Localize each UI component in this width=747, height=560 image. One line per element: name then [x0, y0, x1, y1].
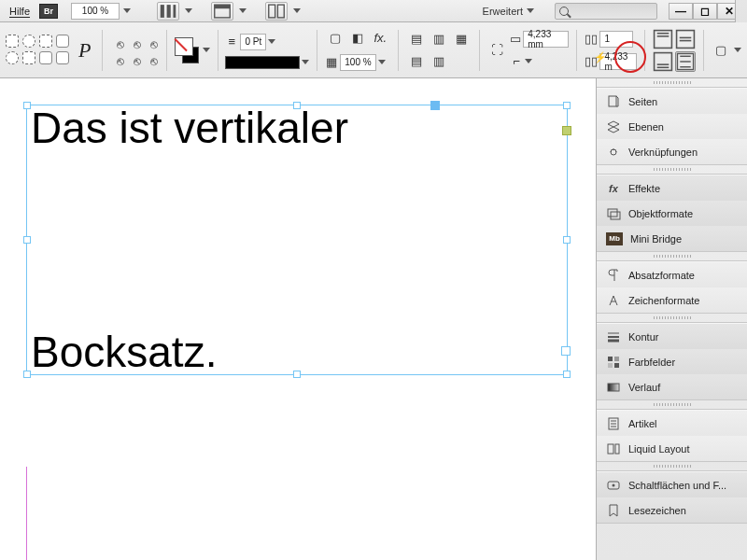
minimize-button[interactable]: — — [669, 3, 693, 20]
svg-rect-5 — [269, 5, 275, 18]
panel-label: Mini Bridge — [630, 233, 682, 245]
document-canvas[interactable]: Das ist vertikaler Bocksatz. — [0, 78, 596, 560]
wrap-bounding-icon[interactable]: ▥ — [429, 29, 449, 49]
svg-rect-0 — [161, 5, 164, 18]
wrap-jump-icon[interactable]: ▤ — [406, 51, 427, 72]
anchor-icon[interactable]: ⎋ — [144, 51, 164, 72]
wrap-shape-icon[interactable]: ▦ — [451, 29, 472, 49]
panel-gripper[interactable] — [597, 314, 747, 323]
rect-icon[interactable] — [22, 51, 35, 64]
blank-icon[interactable] — [56, 51, 69, 64]
zoom-value[interactable]: 100 % — [71, 3, 120, 20]
panel-gripper[interactable] — [597, 252, 747, 261]
panel-objektformate[interactable]: Objektformate — [597, 201, 747, 226]
handle-se[interactable] — [563, 371, 571, 378]
panel-gripper[interactable] — [597, 462, 747, 471]
inset-icon: ▭ — [510, 29, 521, 49]
tool-cluster-2[interactable]: ⎋ ⎋ ⎋ ⎋ ⎋ ⎋ — [110, 35, 159, 66]
ellipse-marquee-icon[interactable] — [22, 35, 35, 48]
panel-effekte[interactable]: fx Effekte — [597, 175, 747, 201]
paragraph-mode-icon[interactable]: P — [75, 38, 94, 63]
help-menu[interactable]: Hilfe — [6, 4, 34, 19]
panel-label: Artikel — [628, 418, 657, 429]
svg-rect-28 — [608, 363, 613, 368]
workspace-switcher[interactable]: Erweitert — [483, 6, 534, 17]
panel-minibridge[interactable]: Mb Mini Bridge — [597, 226, 747, 251]
handle-anchor[interactable] — [430, 101, 440, 110]
options-icon[interactable]: ▢ — [712, 40, 730, 61]
blank-icon[interactable] — [56, 35, 69, 48]
wrap-jump-next-icon[interactable]: ▥ — [429, 51, 449, 72]
marquee-icon[interactable] — [6, 35, 19, 48]
fit-frame-icon[interactable]: ⛶ — [487, 40, 506, 61]
panel-label: Liquid Layout — [628, 443, 689, 455]
guide-line — [26, 467, 27, 560]
chevron-down-icon — [185, 8, 192, 13]
chevron-down-icon — [268, 39, 275, 44]
text-content[interactable]: Das ist vertikaler Bocksatz. — [27, 105, 567, 374]
top-menubar: Hilfe Br 100 % Erweitert — ◻ ✕ — [0, 0, 747, 22]
lightning-icon[interactable]: ⚡ — [592, 45, 609, 69]
handle-thread-out[interactable] — [561, 346, 571, 356]
inset-field[interactable]: 4,233 mm — [523, 31, 569, 48]
view-options-icon[interactable] — [157, 2, 179, 21]
handle-outport[interactable] — [562, 126, 571, 135]
fx-icon[interactable]: fx. — [370, 28, 390, 49]
panel-farbfelder[interactable]: Farbfelder — [597, 349, 747, 374]
handle-ne[interactable] — [563, 102, 571, 109]
panel-verlauf[interactable]: Verlauf — [597, 374, 747, 399]
handle-nw[interactable] — [23, 102, 31, 109]
panel-kontur[interactable]: Kontur — [597, 324, 747, 349]
links-icon — [606, 145, 621, 160]
maximize-button[interactable]: ◻ — [693, 3, 717, 20]
panel-label: Effekte — [628, 183, 660, 194]
stroke-weight-icon: ≡ — [225, 32, 238, 52]
ellipse-icon[interactable] — [6, 51, 19, 64]
blank-icon[interactable] — [39, 51, 52, 64]
svg-rect-22 — [611, 212, 620, 219]
panel-absatzformate[interactable]: Absatzformate — [597, 262, 747, 287]
svg-rect-27 — [614, 357, 619, 361]
svg-rect-1 — [167, 5, 171, 18]
panel-ebenen[interactable]: Ebenen — [597, 114, 747, 139]
valign-bottom-icon[interactable] — [653, 51, 673, 72]
pages-icon — [606, 94, 621, 109]
opacity-field[interactable]: 100 % — [340, 54, 375, 71]
svg-rect-6 — [277, 5, 284, 18]
stroke-weight-field[interactable]: 0 Pt — [240, 34, 266, 50]
text-frame-selected[interactable]: Das ist vertikaler Bocksatz. — [26, 105, 568, 375]
panel-zeichenformate[interactable]: Zeichenformate — [597, 287, 747, 313]
handle-sw[interactable] — [23, 371, 31, 378]
chevron-down-icon — [302, 60, 309, 64]
bridge-badge[interactable]: Br — [39, 4, 58, 19]
fill-stroke-swatch[interactable] — [175, 37, 198, 63]
new-icon[interactable]: ▢ — [325, 28, 345, 49]
handle-n[interactable] — [293, 102, 301, 109]
screen-mode-icon[interactable] — [211, 2, 233, 21]
arrange-documents-icon[interactable] — [265, 2, 288, 21]
svg-rect-29 — [614, 363, 619, 368]
handle-e[interactable] — [563, 236, 571, 244]
handle-w[interactable] — [23, 236, 31, 244]
valign-top-icon[interactable] — [653, 29, 673, 49]
tool-cluster-1[interactable] — [6, 35, 71, 66]
stroke-style-swatch[interactable] — [225, 56, 300, 69]
panel-lesezeichen[interactable]: Lesezeichen — [597, 497, 747, 523]
search-input[interactable] — [555, 3, 657, 20]
panel-verknuepfungen[interactable]: Verknüpfungen — [597, 139, 747, 164]
panel-gripper[interactable] — [597, 78, 747, 88]
main-area: Das ist vertikaler Bocksatz. ▸▸ ⚡ — [0, 78, 747, 560]
zoom-control[interactable]: 100 % — [71, 3, 131, 20]
marquee-icon[interactable] — [39, 35, 52, 48]
panel-gripper[interactable] — [597, 400, 747, 410]
valign-center-icon[interactable] — [675, 29, 696, 49]
handle-s[interactable] — [293, 371, 301, 378]
panel-liquid-layout[interactable]: Liquid Layout — [597, 436, 747, 461]
panel-gripper[interactable] — [597, 165, 747, 175]
panel-schaltflaechen[interactable]: Schaltflächen und F... — [597, 472, 747, 497]
panel-seiten[interactable]: Seiten — [597, 89, 747, 114]
panel-artikel[interactable]: Artikel — [597, 411, 747, 436]
wrap-none-icon[interactable]: ▤ — [406, 29, 427, 49]
gradient-icon[interactable]: ◧ — [347, 28, 368, 49]
valign-justify-icon[interactable] — [675, 51, 696, 72]
